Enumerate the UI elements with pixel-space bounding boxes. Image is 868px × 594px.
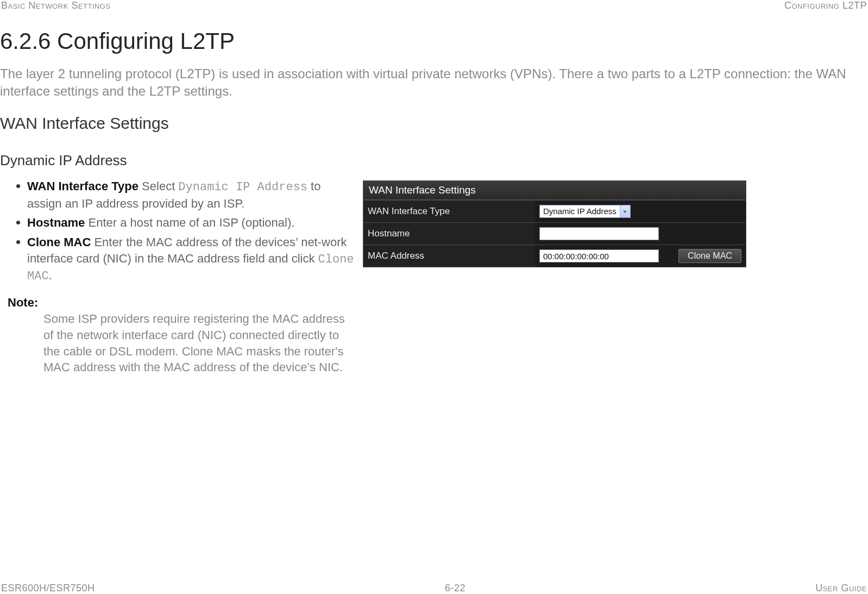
section-heading-wan: WAN Interface Settings <box>0 114 169 133</box>
wan-settings-panel: WAN Interface Settings WAN Interface Typ… <box>363 180 746 267</box>
footer-left: ESR600H/ESR750H <box>1 583 95 594</box>
page-title: 6.2.6 Configuring L2TP <box>0 28 235 54</box>
chevron-down-icon <box>620 205 630 217</box>
header-right: Configuring L2TP <box>784 0 867 11</box>
bullet-mono: Dynamic IP Address <box>178 180 307 194</box>
bullet-text: Enter a host name of an ISP (optional). <box>85 216 294 229</box>
left-column: WAN Interface Type Select Dynamic IP Add… <box>0 178 356 376</box>
right-column: WAN Interface Settings WAN Interface Typ… <box>363 178 868 376</box>
wan-interface-type-label: WAN Interface Type <box>363 201 535 223</box>
wan-interface-type-cell: Dynamic IP Address <box>535 201 746 223</box>
intro-paragraph: The layer 2 tunneling protocol (L2TP) is… <box>0 65 864 101</box>
hostname-label: Hostname <box>363 223 535 245</box>
table-row: MAC Address Clone MAC <box>363 245 746 267</box>
bullet-text-pre: Select <box>139 179 178 193</box>
panel-title: WAN Interface Settings <box>363 181 746 200</box>
footer-center: 6-22 <box>445 583 466 594</box>
bullet-clone-mac: Clone MAC Enter the MAC address of the d… <box>16 234 356 285</box>
bullet-text-post: . <box>49 268 52 282</box>
content-columns: WAN Interface Type Select Dynamic IP Add… <box>0 178 868 376</box>
table-row: WAN Interface Type Dynamic IP Address <box>363 201 746 223</box>
header-left: Basic Network Settings <box>1 0 111 11</box>
bullet-term: Clone MAC <box>27 235 91 249</box>
svg-marker-0 <box>623 210 627 213</box>
bullet-term: Hostname <box>27 216 85 229</box>
bullet-list: WAN Interface Type Select Dynamic IP Add… <box>0 178 356 285</box>
running-header: Basic Network Settings Configuring L2TP <box>0 0 868 11</box>
clone-mac-button[interactable]: Clone MAC <box>678 249 741 263</box>
page: Basic Network Settings Configuring L2TP … <box>0 0 868 594</box>
hostname-input[interactable] <box>539 227 659 240</box>
bullet-hostname: Hostname Enter a host name of an ISP (op… <box>16 215 356 231</box>
note-body: Some ISP providers require registering t… <box>43 311 353 376</box>
wan-interface-type-select[interactable]: Dynamic IP Address <box>539 205 631 218</box>
running-footer: ESR600H/ESR750H 6-22 User Guide <box>0 583 868 594</box>
mac-address-label: MAC Address <box>363 245 535 267</box>
mac-address-cell <box>535 245 674 267</box>
clone-mac-cell: Clone MAC <box>674 245 746 267</box>
hostname-cell <box>535 223 746 245</box>
bullet-wan-interface-type: WAN Interface Type Select Dynamic IP Add… <box>16 178 356 211</box>
panel-table: WAN Interface Type Dynamic IP Address Ho… <box>363 200 746 267</box>
subsection-heading-dynamic-ip: Dynamic IP Address <box>0 152 127 169</box>
mac-address-input[interactable] <box>539 249 659 262</box>
footer-right: User Guide <box>815 583 867 594</box>
select-value: Dynamic IP Address <box>540 205 620 217</box>
note-heading: Note: <box>8 296 356 310</box>
table-row: Hostname <box>363 223 746 245</box>
bullet-term: WAN Interface Type <box>27 179 139 193</box>
